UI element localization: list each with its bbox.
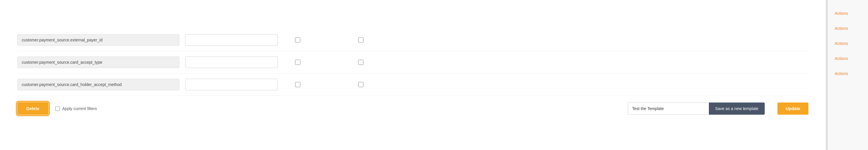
bottom-bar: Delete Apply current filters Save as a n…	[18, 96, 808, 121]
table-row	[18, 73, 808, 96]
apply-filters-text: Apply current filters	[62, 106, 97, 111]
sidebar-action-3[interactable]: Actions	[828, 36, 868, 51]
apply-filters-checkbox[interactable]	[55, 106, 60, 111]
value-input-1[interactable]	[185, 34, 278, 46]
value-input-3[interactable]	[185, 79, 278, 90]
checkbox-3b[interactable]	[358, 82, 363, 87]
template-name-input[interactable]	[628, 102, 709, 115]
field-input-1[interactable]	[18, 34, 179, 46]
template-group: Save as a new template	[628, 102, 765, 115]
checkbox-1a[interactable]	[295, 37, 300, 42]
main-content: Delete Apply current filters Save as a n…	[0, 0, 828, 150]
checkbox-1b[interactable]	[358, 37, 363, 42]
table-row	[18, 51, 808, 73]
sidebar-action-1[interactable]: Actions	[828, 6, 868, 21]
update-button[interactable]: Update	[777, 102, 808, 115]
checkbox-item-1a[interactable]	[295, 37, 300, 42]
value-input-2[interactable]	[185, 57, 278, 68]
checkbox-item-3b[interactable]	[358, 82, 363, 87]
field-input-3[interactable]	[18, 79, 179, 90]
field-input-2[interactable]	[18, 57, 179, 68]
checkbox-2b[interactable]	[358, 60, 363, 65]
checkbox-item-1b[interactable]	[358, 37, 363, 42]
sidebar-action-4[interactable]: Actions	[828, 51, 868, 66]
delete-button[interactable]: Delete	[18, 102, 48, 115]
checkbox-group-1	[295, 37, 363, 42]
table-row	[18, 29, 808, 51]
save-template-button[interactable]: Save as a new template	[709, 102, 765, 115]
checkbox-group-2	[295, 60, 363, 65]
checkbox-3a[interactable]	[295, 82, 300, 87]
checkbox-group-3	[295, 82, 363, 87]
sidebar-action-2[interactable]: Actions	[828, 21, 868, 36]
checkbox-item-3a[interactable]	[295, 82, 300, 87]
checkbox-item-2a[interactable]	[295, 60, 300, 65]
apply-filters-label: Apply current filters	[55, 106, 97, 111]
sidebar: Actions Actions Actions Actions Actions	[828, 0, 868, 150]
sidebar-action-5[interactable]: Actions	[828, 66, 868, 81]
checkbox-2a[interactable]	[295, 60, 300, 65]
checkbox-item-2b[interactable]	[358, 60, 363, 65]
